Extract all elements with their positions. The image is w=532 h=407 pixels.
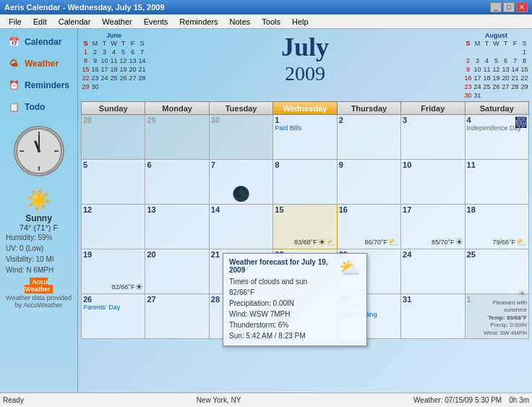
menu-file[interactable]: File — [3, 17, 27, 27]
mini-cal-june: June SMTWTFS 1234567 891011121314 151617… — [81, 32, 147, 91]
weather-jul17: 85/70°F ☀ — [432, 237, 463, 247]
day-cell-jul17[interactable]: 17 85/70°F ☀ — [401, 205, 465, 249]
sidebar-item-weather[interactable]: 🌤 Weather — [3, 53, 74, 74]
sidebar: 📅 Calendar 🌤 Weather ⏰ Reminders 📋 Todo — [0, 29, 78, 393]
weather-jul15: 83/68°F ☀ ⛅ — [294, 237, 335, 247]
status-ready: Ready — [3, 396, 24, 404]
sidebar-item-calendar[interactable]: 📅 Calendar — [3, 32, 74, 52]
day-cell-jun30[interactable]: 30 — [209, 115, 273, 160]
popup-temp: 82/66°F — [229, 287, 361, 298]
weather-humidity: Humidity: 59% — [3, 232, 74, 243]
status-timer: 0h 3m — [509, 396, 529, 404]
day-cell-jul27[interactable]: 27 — [145, 294, 209, 339]
table-row: 28 29 30 1 Paid Bills 2 3 4 Independence… — [82, 115, 529, 160]
day-cell-jul12[interactable]: 12 — [82, 205, 145, 249]
day-cell-jul11[interactable]: 11 — [465, 160, 528, 205]
popup-sun: Sun: 5:42 AM / 8:23 PM — [229, 330, 361, 341]
day-cell-aug1[interactable]: 1 ☀ Pleasant withsunshineTemp: 83/68°FPr… — [465, 294, 528, 339]
status-center: New York, NY — [197, 396, 241, 404]
menu-edit[interactable]: Edit — [27, 17, 53, 27]
day-cell-jul9[interactable]: 9 — [337, 160, 400, 205]
weather-jul16: 86/70°F ⛅ — [364, 237, 399, 247]
sidebar-nav: 📅 Calendar 🌤 Weather ⏰ Reminders 📋 Todo — [3, 32, 74, 119]
table-row: 5 6 7 🌑 8 9 10 11 — [82, 160, 529, 205]
menu-weather[interactable]: Weather — [96, 17, 137, 27]
col-sunday: Sunday — [82, 102, 145, 115]
day-cell-jul2[interactable]: 2 — [337, 115, 400, 160]
calendar-icon: 📅 — [6, 34, 22, 50]
title-bar: Aeris Calendar - Wednesday, July 15, 200… — [0, 0, 532, 14]
day-cell-jul31[interactable]: 31 — [401, 294, 465, 339]
menu-events[interactable]: Events — [138, 17, 174, 27]
weather-nav-icon: 🌤 — [6, 56, 22, 72]
menu-calendar[interactable]: Calendar — [53, 17, 97, 27]
popup-weather-icon: ⛅ — [339, 258, 361, 278]
col-saturday: Saturday — [465, 102, 528, 115]
day-cell-jul15[interactable]: 15 83/68°F ☀ ⛅ — [273, 205, 337, 249]
table-row: 12 13 14 15 83/68°F ☀ ⛅ 16 8 — [82, 205, 529, 249]
accuweather-credit: AccuWeather Weather data provided by Acc… — [3, 278, 74, 309]
day-cell-jul18[interactable]: 18 79/66°F ⛅ — [465, 205, 528, 249]
day-cell-jun28[interactable]: 28 — [82, 115, 145, 160]
menu-bar: File Edit Calendar Weather Events Remind… — [0, 14, 532, 29]
day-cell-jul7[interactable]: 7 🌑 — [209, 160, 273, 205]
status-right: Weather: 07/15/09 5:30 PM 0h 3m — [413, 396, 529, 404]
menu-help[interactable]: Help — [286, 17, 314, 27]
popup-wind: Wind: WSW 7MPH — [229, 309, 361, 320]
weather-visibility: Visibility: 10 MI — [3, 254, 74, 265]
close-button[interactable]: ✕ — [516, 2, 528, 12]
weather-jul19: 82/66°F ☀ — [112, 282, 144, 292]
day-cell-jul24[interactable]: 24 — [401, 249, 465, 294]
sidebar-item-reminders[interactable]: ⏰ Reminders — [3, 75, 74, 95]
weather-jul18: 79/66°F ⛅ — [492, 237, 527, 247]
day-cell-jul1[interactable]: 1 Paid Bills — [273, 115, 337, 160]
col-monday: Monday — [145, 102, 209, 115]
popup-thunderstorm: Thunderstorm: 6% — [229, 320, 361, 330]
weather-wind: Wind: N 6MPH — [3, 265, 74, 275]
col-thursday: Thursday — [337, 102, 400, 115]
calendar-header: July 2009 — [147, 32, 463, 85]
sidebar-item-todo[interactable]: 📋 Todo — [3, 97, 74, 117]
analog-clock — [14, 126, 64, 176]
calendar-month: July — [147, 32, 463, 62]
status-bar: Ready New York, NY Weather: 07/15/09 5:3… — [0, 393, 532, 407]
day-cell-jul10[interactable]: 10 — [401, 160, 465, 205]
day-cell-jul3[interactable]: 3 — [401, 115, 465, 160]
minimize-button[interactable]: _ — [490, 2, 502, 12]
day-cell-jul16[interactable]: 16 86/70°F ⛅ — [337, 205, 400, 249]
menu-reminders[interactable]: Reminders — [173, 17, 223, 27]
day-cell-jun29[interactable]: 29 — [145, 115, 209, 160]
window-title: Aeris Calendar - Wednesday, July 15, 200… — [4, 3, 165, 12]
day-cell-jul5[interactable]: 5 — [82, 160, 145, 205]
calendar-area: June SMTWTFS 1234567 891011121314 151617… — [78, 29, 532, 393]
col-tuesday: Tuesday — [209, 102, 273, 115]
weather-condition: Sunny — [3, 213, 74, 223]
weather-sun-icon: ☀️ — [3, 188, 74, 212]
day-cell-jul4[interactable]: 4 Independence Day 🎆 — [465, 115, 528, 160]
main-container: 📅 Calendar 🌤 Weather ⏰ Reminders 📋 Todo — [0, 29, 532, 393]
day-cell-jul6[interactable]: 6 — [145, 160, 209, 205]
reminders-icon: ⏰ — [6, 77, 22, 93]
day-cell-jul14[interactable]: 14 — [209, 205, 273, 249]
weather-uv: UV: 0 (Low) — [3, 243, 74, 254]
day-cell-jul26[interactable]: 26 Parents' Day — [82, 294, 145, 339]
mini-cal-august: August SMTWTFS 1 2345678 9101112131415 1… — [463, 32, 529, 100]
menu-notes[interactable]: Notes — [224, 17, 257, 27]
window-controls: _ □ ✕ — [490, 2, 528, 12]
weather-popup[interactable]: ⛅ Weather forecast for July 19, 2009 Tim… — [223, 253, 367, 346]
weather-temp: 74° (71°) F — [3, 223, 74, 232]
menu-tools[interactable]: Tools — [256, 17, 286, 27]
col-wednesday: Wednesday — [273, 102, 337, 115]
maximize-button[interactable]: □ — [503, 2, 515, 12]
day-cell-jul13[interactable]: 13 — [145, 205, 209, 249]
day-cell-jul20[interactable]: 20 — [145, 249, 209, 294]
weather-widget: ☀️ Sunny 74° (71°) F Humidity: 59% UV: 0… — [3, 187, 74, 309]
popup-precip: Precipitation: 0.00IN — [229, 298, 361, 309]
calendar-year: 2009 — [147, 62, 463, 85]
status-weather-time: Weather: 07/15/09 5:30 PM — [413, 396, 502, 404]
day-cell-jul19[interactable]: 19 82/66°F ☀ — [82, 249, 145, 294]
day-cell-jul8[interactable]: 8 — [273, 160, 337, 205]
col-friday: Friday — [401, 102, 465, 115]
todo-icon: 📋 — [6, 99, 22, 115]
svg-point-7 — [38, 150, 40, 153]
